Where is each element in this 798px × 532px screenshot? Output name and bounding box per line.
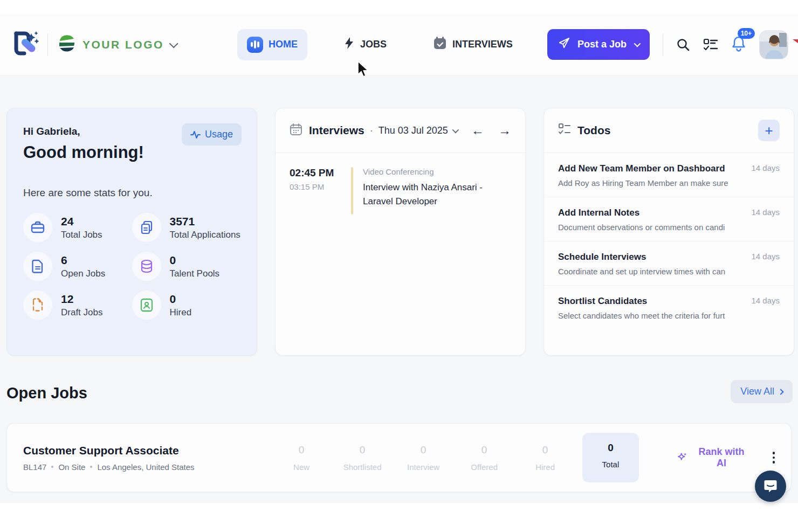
dot-separator: [90, 466, 92, 468]
post-a-job-button[interactable]: Post a Job: [547, 29, 650, 60]
database-icon: [132, 252, 161, 281]
chevron-right-icon: [778, 389, 783, 395]
todo-item[interactable]: Shortlist Candidates 14 days Select cand…: [544, 286, 794, 329]
chevron-down-icon: [452, 126, 459, 133]
stat-total-applications: 3571 Total Applications: [132, 213, 241, 242]
event-time: 02:45 PM 03:15 PM: [290, 167, 341, 215]
todo-desc: Add Roy as Hiring Team Member an make su…: [558, 178, 744, 188]
chat-widget-button[interactable]: [755, 471, 786, 502]
briefcase-icon: [23, 213, 52, 242]
tab-home[interactable]: HOME: [237, 29, 307, 60]
chevron-down-icon[interactable]: [634, 40, 641, 47]
search-icon: [676, 38, 690, 52]
usage-button[interactable]: Usage: [182, 123, 242, 146]
navbar: YOUR LOGO HOME JOBS: [0, 13, 798, 75]
todo-item[interactable]: Add New Team Member on Dashboard 14 days…: [544, 153, 794, 197]
workspace-switcher[interactable]: YOUR LOGO: [57, 33, 176, 56]
interviews-date: Thu 03 Jul 2025: [379, 125, 448, 136]
stat-label: Draft Jobs: [61, 307, 102, 318]
home-icon: [247, 37, 263, 53]
stat-label: Open Jobs: [61, 268, 105, 279]
interview-event[interactable]: 02:45 PM 03:15 PM Video Conferencing Int…: [276, 153, 525, 215]
notifications[interactable]: 10+: [731, 36, 746, 54]
stat-value: 12: [61, 293, 102, 306]
org-name: YOUR LOGO: [82, 38, 164, 51]
stat-open-jobs: 6 Open Jobs: [23, 252, 132, 281]
view-all-button[interactable]: View All: [731, 380, 793, 403]
documents-icon: [132, 213, 161, 242]
stat-talent-pools: 0 Talent Pools: [132, 252, 241, 281]
paper-plane-icon: [558, 37, 570, 52]
greeting-card: Hi Gabriela, Good morning! Usage Here ar…: [6, 108, 257, 356]
event-type: Video Conferencing: [363, 167, 506, 176]
org-logo-icon: [57, 33, 77, 56]
app-logo-icon[interactable]: [9, 29, 39, 60]
todo-title: Add Internal Notes: [558, 208, 745, 218]
stats-grid: 24 Total Jobs 3571 Total Applications 6 …: [23, 213, 240, 320]
stage-value: 0: [393, 444, 454, 456]
prev-day-button[interactable]: ←: [471, 124, 484, 137]
stage-hired: 0 Hired: [515, 444, 576, 472]
todo-due: 14 days: [751, 296, 780, 305]
next-day-button[interactable]: →: [498, 124, 511, 137]
rank-with-ai-button[interactable]: Rank with AI: [677, 446, 749, 469]
interviews-date-picker[interactable]: Thu 03 Jul 2025: [370, 125, 457, 136]
rank-with-ai-label: Rank with AI: [693, 446, 750, 469]
sparkle-icon: [677, 452, 688, 464]
job-row[interactable]: Customer Support Associate BL147 On Site…: [6, 423, 792, 492]
job-title[interactable]: Customer Support Associate: [23, 444, 271, 457]
stat-value: 24: [61, 215, 102, 228]
event-start-time: 02:45 PM: [290, 167, 341, 179]
search-button[interactable]: [676, 38, 690, 52]
file-icon: [23, 252, 52, 281]
avatar[interactable]: [759, 30, 788, 59]
event-title: Interview with Naziya Ansari - Laravel D…: [363, 181, 506, 209]
dot-separator: [51, 466, 53, 468]
stat-label: Talent Pools: [170, 268, 220, 279]
stat-value: 3571: [170, 215, 240, 228]
job-location: Los Angeles, United States: [97, 462, 194, 472]
stat-total-jobs: 24 Total Jobs: [23, 213, 132, 242]
stage-value: 0: [515, 444, 576, 456]
dashboard-cards: Hi Gabriela, Good morning! Usage Here ar…: [6, 108, 794, 356]
chevron-down-icon: [169, 39, 178, 48]
todo-title: Shortlist Candidates: [558, 296, 745, 307]
event-details: Video Conferencing Interview with Naziya…: [363, 167, 506, 215]
stage-label: New: [271, 462, 332, 472]
tab-jobs[interactable]: JOBS: [334, 29, 396, 60]
tab-interviews-label: INTERVIEWS: [452, 39, 513, 50]
todo-desc: Select candidates who meet the criteria …: [558, 311, 744, 320]
todo-due: 14 days: [751, 252, 780, 261]
interviews-card: Interviews Thu 03 Jul 2025 ← → 02:45 PM …: [275, 108, 526, 356]
todo-due: 14 days: [751, 163, 780, 172]
interviews-card-header: Interviews Thu 03 Jul 2025 ← →: [276, 108, 525, 153]
tab-jobs-label: JOBS: [360, 39, 387, 50]
job-worktype: On Site: [58, 462, 85, 472]
calendar-icon: [290, 123, 302, 138]
todo-item[interactable]: Add Internal Notes 14 days Document obse…: [544, 197, 794, 241]
todo-desc: Document observations or comments on can…: [558, 223, 744, 232]
event-end-time: 03:15 PM: [290, 182, 341, 191]
todos-card: Todos + Add New Team Member on Dashboard…: [544, 108, 794, 356]
open-jobs-heading: Open Jobs: [6, 384, 87, 402]
todos-card-header: Todos +: [544, 108, 794, 153]
job-pipeline: 0 New 0 Shortlisted 0 Interview 0 Offere…: [271, 444, 576, 472]
add-todo-button[interactable]: +: [758, 120, 780, 141]
chat-bubble-icon: [762, 478, 779, 494]
job-menu-button[interactable]: [773, 452, 775, 464]
notification-badge: 10+: [738, 28, 755, 39]
stage-interview: 0 Interview: [393, 444, 454, 472]
id-badge-icon: [132, 291, 161, 320]
checklist-icon: [558, 123, 571, 138]
stat-value: 6: [61, 254, 105, 267]
usage-label: Usage: [205, 129, 233, 140]
screen-artifact: [793, 39, 798, 43]
tab-interviews[interactable]: INTERVIEWS: [423, 29, 522, 60]
tasks-button[interactable]: [703, 38, 718, 52]
stat-label: Total Applications: [170, 230, 240, 240]
stage-total: 0 Total: [582, 433, 639, 482]
stage-label: Offered: [454, 462, 515, 472]
todo-item[interactable]: Schedule Interviews 14 days Coordinate a…: [544, 241, 794, 286]
stage-label: Interview: [393, 462, 454, 472]
todo-desc: Coordinate and set up interview times wi…: [558, 267, 744, 276]
